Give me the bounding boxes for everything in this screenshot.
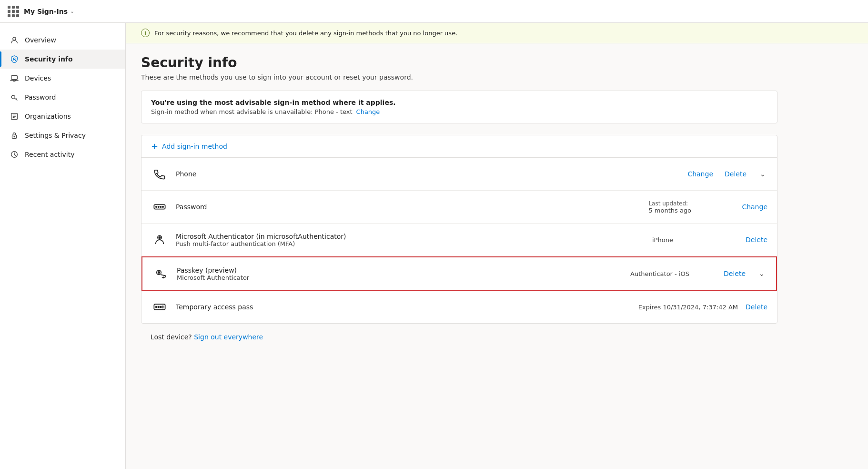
- sidebar-item-password[interactable]: Password: [0, 88, 125, 107]
- add-method-label: Add sign-in method: [162, 143, 227, 150]
- method-info-authenticator: Microsoft Authenticator (in microsoftAut…: [176, 233, 645, 247]
- method-info-passkey: Passkey (preview) Microsoft Authenticato…: [177, 266, 623, 281]
- add-method-button[interactable]: + Add sign-in method: [141, 135, 777, 158]
- info-icon: i: [141, 29, 150, 37]
- method-row-passkey: Passkey (preview) Microsoft Authenticato…: [141, 256, 777, 291]
- svg-point-16: [158, 272, 160, 274]
- key-icon: [10, 92, 19, 102]
- svg-point-10: [158, 206, 159, 207]
- sign-out-everywhere-link[interactable]: Sign out everywhere: [194, 333, 263, 341]
- method-row-phone: Phone Change Delete ⌄: [141, 158, 777, 191]
- svg-point-9: [156, 206, 157, 207]
- phone-icon: [151, 165, 168, 183]
- security-banner: i For security reasons, we recommend tha…: [126, 23, 868, 43]
- phone-expand-button[interactable]: ⌄: [758, 168, 767, 180]
- page-title: Security info: [141, 55, 777, 71]
- app-title[interactable]: My Sign-Ins ⌄: [24, 8, 74, 15]
- banner-text: For security reasons, we recommend that …: [154, 30, 457, 37]
- main-content: i For security reasons, we recommend tha…: [126, 23, 868, 469]
- svg-point-20: [160, 306, 161, 308]
- lost-device-section: Lost device? Sign out everywhere: [141, 324, 777, 345]
- method-info-password: Password: [176, 203, 641, 211]
- method-info-phone: Phone: [176, 170, 680, 178]
- person-icon: [10, 35, 19, 45]
- password-detail-value: 5 months ago: [648, 207, 734, 214]
- sidebar-item-recent-activity[interactable]: Recent activity: [0, 145, 125, 164]
- method-actions-passkey: Delete ⌄: [724, 268, 767, 279]
- svg-point-0: [13, 37, 16, 40]
- method-actions-temp-pass: Delete: [746, 303, 767, 311]
- password-change-link[interactable]: Change: [742, 203, 767, 211]
- phone-delete-link[interactable]: Delete: [725, 170, 747, 178]
- methods-container: + Add sign-in method Phone Change: [141, 135, 777, 324]
- sidebar-label-devices: Devices: [25, 74, 51, 82]
- svg-point-14: [159, 237, 161, 239]
- plus-icon: +: [151, 142, 158, 151]
- svg-rect-2: [11, 76, 18, 80]
- password-icon: [151, 198, 168, 215]
- authenticator-delete-link[interactable]: Delete: [746, 236, 767, 244]
- method-detail-passkey: Authenticator - iOS: [630, 270, 716, 277]
- sidebar-label-recent-activity: Recent activity: [25, 151, 74, 158]
- authenticator-icon: [151, 231, 168, 248]
- method-detail-password: Last updated: 5 months ago: [648, 200, 734, 214]
- method-name-passkey: Passkey (preview): [177, 266, 623, 274]
- app-launcher-button[interactable]: [8, 6, 19, 17]
- lock-icon: [10, 131, 19, 140]
- advisable-sub: Sign-in method when most advisable is un…: [151, 108, 767, 115]
- method-name-temp-pass: Temporary access pass: [176, 303, 631, 311]
- advisable-box: You're using the most advisable sign-in …: [141, 91, 777, 123]
- method-name-sub-authenticator: Push multi-factor authentication (MFA): [176, 240, 645, 247]
- building-icon: [10, 112, 19, 121]
- method-actions-authenticator: Delete: [746, 236, 767, 244]
- method-actions-phone: Change Delete ⌄: [687, 168, 767, 180]
- sidebar-item-settings-privacy[interactable]: Settings & Privacy: [0, 126, 125, 145]
- sidebar-item-organizations[interactable]: Organizations: [0, 107, 125, 126]
- method-actions-password: Change: [742, 203, 767, 211]
- clock-icon: [10, 150, 19, 159]
- sidebar-label-security-info: Security info: [25, 55, 73, 63]
- password-detail-label: Last updated:: [648, 200, 734, 207]
- method-row-temp-pass: Temporary access pass Expires 10/31/2024…: [141, 291, 777, 323]
- method-name-password: Password: [176, 203, 641, 211]
- svg-point-12: [162, 206, 163, 207]
- topbar: My Sign-Ins ⌄: [0, 0, 868, 23]
- chevron-down-icon: ⌄: [70, 9, 74, 14]
- sidebar-label-overview: Overview: [25, 36, 56, 44]
- advisable-sub-text: Sign-in method when most advisable is un…: [151, 108, 353, 115]
- page-subtitle: These are the methods you use to sign in…: [141, 73, 777, 81]
- lost-device-text: Lost device?: [151, 333, 192, 341]
- svg-point-19: [158, 306, 159, 308]
- laptop-icon: [10, 73, 19, 83]
- method-name-phone: Phone: [176, 170, 680, 178]
- passkey-icon: [152, 265, 169, 282]
- sidebar-item-devices[interactable]: Devices: [0, 69, 125, 88]
- sidebar: Overview Security info Devices: [0, 23, 126, 469]
- phone-change-link[interactable]: Change: [687, 170, 713, 178]
- sidebar-item-overview[interactable]: Overview: [0, 31, 125, 50]
- sidebar-label-organizations: Organizations: [25, 112, 71, 120]
- method-name-authenticator: Microsoft Authenticator (in microsoftAut…: [176, 233, 645, 240]
- shield-person-icon: [10, 54, 19, 64]
- method-info-temp-pass: Temporary access pass: [176, 303, 631, 311]
- temp-pass-icon: [151, 298, 168, 316]
- method-row-authenticator: Microsoft Authenticator (in microsoftAut…: [141, 224, 777, 256]
- method-detail-temp-pass: Expires 10/31/2024, 7:37:42 AM: [638, 304, 738, 311]
- svg-point-18: [156, 306, 157, 308]
- method-detail-authenticator: iPhone: [652, 236, 738, 244]
- advisable-change-link[interactable]: Change: [356, 108, 380, 115]
- method-row-password: Password Last updated: 5 months ago Chan…: [141, 191, 777, 224]
- passkey-expand-button[interactable]: ⌄: [757, 268, 767, 279]
- sidebar-item-security-info[interactable]: Security info: [0, 50, 125, 69]
- sidebar-label-password: Password: [25, 93, 56, 101]
- advisable-title: You're using the most advisable sign-in …: [151, 99, 767, 106]
- svg-point-11: [160, 206, 161, 207]
- svg-point-6: [14, 136, 15, 137]
- temp-pass-delete-link[interactable]: Delete: [746, 303, 767, 311]
- sidebar-label-settings-privacy: Settings & Privacy: [25, 132, 86, 139]
- method-name-sub-passkey: Microsoft Authenticator: [177, 274, 623, 281]
- passkey-delete-link[interactable]: Delete: [724, 270, 746, 277]
